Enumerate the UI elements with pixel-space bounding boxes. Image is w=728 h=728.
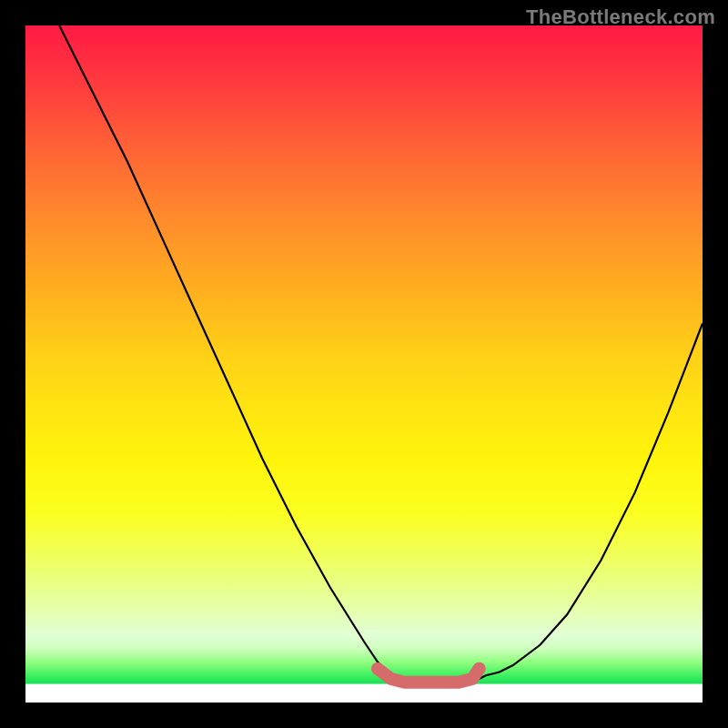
chart-area [25,25,703,703]
right-curve-endpoint [472,662,485,675]
right-curve-line [431,323,703,682]
optimal-region-marker [378,669,480,682]
curve-overlay [25,25,703,703]
left-curve-line [59,25,431,682]
source-watermark: TheBottleneck.com [526,5,715,29]
